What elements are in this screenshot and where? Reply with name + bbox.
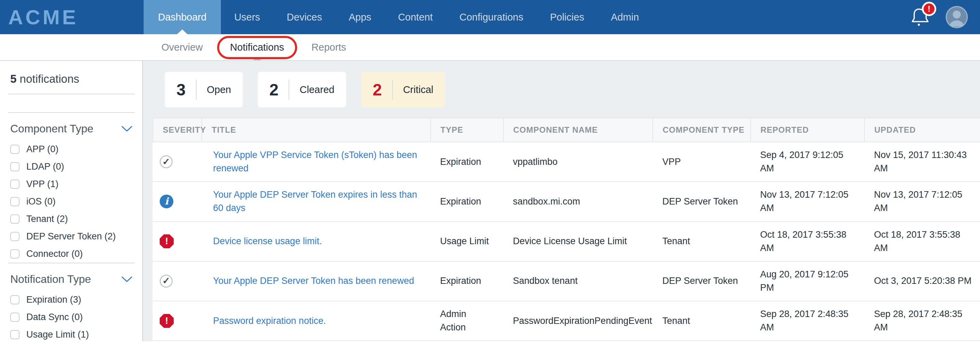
filter-option[interactable]: DEP Server Token (2) — [8, 228, 135, 245]
filter-sidebar: 5 notifications Component Type — [0, 61, 143, 341]
cleared-check-icon: ✓ — [160, 275, 173, 288]
summary-card-label: Cleared — [299, 84, 334, 95]
subnav-tab[interactable]: Overview — [148, 34, 216, 60]
component-type-cell: Tenant — [653, 222, 751, 261]
summary-card-value: 2 — [373, 80, 382, 99]
subnav-tab[interactable]: Reports — [298, 34, 360, 60]
filter-checkbox[interactable] — [10, 330, 19, 339]
filter-sections: Component Type APP (0) — [8, 112, 135, 342]
nav-item[interactable]: Users — [221, 0, 274, 34]
nav-item[interactable]: Configurations — [446, 0, 536, 34]
notification-title-link[interactable]: Device license usage limit. — [213, 236, 322, 246]
nav-item[interactable]: Devices — [274, 0, 336, 34]
filter-section-header[interactable]: Notification Type — [10, 273, 133, 286]
page-body: 5 notifications Component Type — [0, 61, 980, 341]
brand-logo: ACME — [0, 0, 144, 34]
tab-caret-icon — [253, 57, 261, 60]
header-actions: ! — [910, 0, 980, 34]
filter-checkbox[interactable] — [10, 145, 19, 154]
table-row[interactable]: ✓ i ! Device license usage limit. Usage … — [153, 222, 980, 261]
nav-item-label: Content — [398, 12, 433, 23]
nav-item[interactable]: Apps — [336, 0, 385, 34]
table-row[interactable]: ✓ i ! Your Apple VPP Service Token (sTok… — [153, 142, 980, 181]
filter-option[interactable]: iOS (0) — [8, 193, 135, 210]
nav-item-label: Dashboard — [158, 12, 207, 23]
filter-option[interactable]: APP (0) — [8, 140, 135, 158]
column-header: REPORTED — [751, 118, 864, 142]
type-cell: Expiration — [431, 181, 503, 221]
filter-section: Notification Type Expiration (3) — [8, 262, 135, 342]
main-content: 3 Open 2 Cleared 2 Critical — [143, 61, 980, 341]
user-avatar[interactable] — [945, 5, 968, 29]
filter-checkbox[interactable] — [10, 313, 19, 322]
column-header: SEVERITY — [153, 118, 202, 142]
notifications-bell-button[interactable]: ! — [910, 6, 931, 29]
nav-item-label: Policies — [550, 12, 584, 23]
sidebar-divider — [8, 112, 135, 113]
nav-item[interactable]: Admin — [597, 0, 652, 34]
type-cell: Usage Limit — [431, 222, 503, 261]
filter-checkbox[interactable] — [10, 232, 19, 241]
component-name-cell: Device License Usage Limit — [503, 222, 653, 261]
nav-item[interactable]: Dashboard — [144, 0, 221, 34]
column-header: COMPONENT TYPE — [653, 118, 751, 142]
filter-checkbox[interactable] — [10, 197, 19, 206]
filter-checkbox[interactable] — [10, 295, 19, 304]
reported-cell: Oct 18, 2017 3:55:38 AM — [751, 222, 864, 261]
component-name-cell: Sandbox tenant — [503, 261, 653, 301]
filter-option[interactable]: Usage Limit (1) — [8, 326, 135, 342]
filter-option[interactable]: Connector (0) — [8, 245, 135, 262]
notification-title-link[interactable]: Your Apple DEP Server Token has been ren… — [213, 276, 414, 286]
filter-option[interactable]: Tenant (2) — [8, 210, 135, 228]
column-header: TITLE — [202, 118, 431, 142]
filter-checkbox[interactable] — [10, 162, 19, 171]
filter-checkbox[interactable] — [10, 215, 19, 224]
active-nav-caret-icon — [177, 29, 188, 34]
notification-count-label: notifications — [16, 73, 79, 85]
component-name-cell: PasswordExpirationPendingEvent — [503, 301, 653, 340]
title-cell: Your Apple DEP Server Token expires in l… — [202, 181, 431, 221]
filter-checkbox[interactable] — [10, 180, 19, 189]
filter-option-label: VPP (1) — [26, 179, 59, 189]
filter-option-label: iOS (0) — [26, 196, 56, 207]
nav-item-label: Devices — [287, 12, 322, 23]
summary-cards: 3 Open 2 Cleared 2 Critical — [165, 72, 980, 107]
nav-item[interactable]: Policies — [536, 0, 597, 34]
subnav-tab-label: Overview — [161, 42, 203, 53]
table-row[interactable]: ✓ i ! Your Apple DEP Server Token has be… — [153, 261, 980, 301]
title-cell: Your Apple DEP Server Token has been ren… — [202, 261, 431, 301]
sidebar-spacer — [8, 94, 135, 112]
filter-checkbox[interactable] — [10, 249, 19, 259]
notifications-table: SEVERITY TITLE TYPE COMPONENT NAME COMPO… — [153, 118, 980, 341]
column-header: COMPONENT NAME — [503, 118, 653, 142]
table-row[interactable]: ✓ i ! Password expiration notice. Admin … — [153, 301, 980, 340]
summary-card[interactable]: 3 Open — [165, 72, 243, 107]
notification-title-link[interactable]: Password expiration notice. — [213, 316, 326, 326]
summary-card[interactable]: 2 Cleared — [258, 72, 346, 107]
filter-option[interactable]: LDAP (0) — [8, 158, 135, 175]
filter-option[interactable]: Data Sync (0) — [8, 309, 135, 326]
notification-title-link[interactable]: Your Apple DEP Server Token expires in l… — [213, 189, 417, 213]
nav-item[interactable]: Content — [385, 0, 446, 34]
top-nav-bar: ACME Dashboard Users Devices Apps — [0, 0, 980, 34]
cleared-check-icon: ✓ — [160, 155, 173, 168]
filter-options: Expiration (3) Data Sync (0) Usage Limit… — [8, 291, 135, 342]
table-row[interactable]: ✓ i ! Your Apple DEP Server Token expire… — [153, 181, 980, 221]
notification-count: 5 notifications — [10, 73, 135, 86]
filter-option[interactable]: Expiration (3) — [8, 291, 135, 309]
component-type-cell: VPP — [653, 142, 751, 181]
notification-badge: ! — [922, 2, 936, 16]
filter-option-label: LDAP (0) — [26, 161, 64, 172]
filter-section-header[interactable]: Component Type — [10, 122, 133, 135]
summary-card[interactable]: 2 Critical — [361, 72, 445, 107]
nav-item-label: Apps — [349, 12, 371, 23]
filter-option[interactable]: VPP (1) — [8, 175, 135, 193]
critical-octagon-icon: ! — [160, 314, 174, 328]
notification-count-number: 5 — [10, 73, 16, 85]
notification-title-link[interactable]: Your Apple VPP Service Token (sToken) ha… — [213, 150, 417, 173]
subnav-tab[interactable]: Notifications — [216, 34, 298, 60]
summary-card-label: Critical — [403, 84, 434, 95]
dashboard-subnav: Overview Notifications Reports — [0, 34, 980, 61]
reported-cell: Sep 28, 2017 2:48:35 AM — [751, 301, 864, 340]
title-cell: Password expiration notice. — [202, 301, 431, 340]
